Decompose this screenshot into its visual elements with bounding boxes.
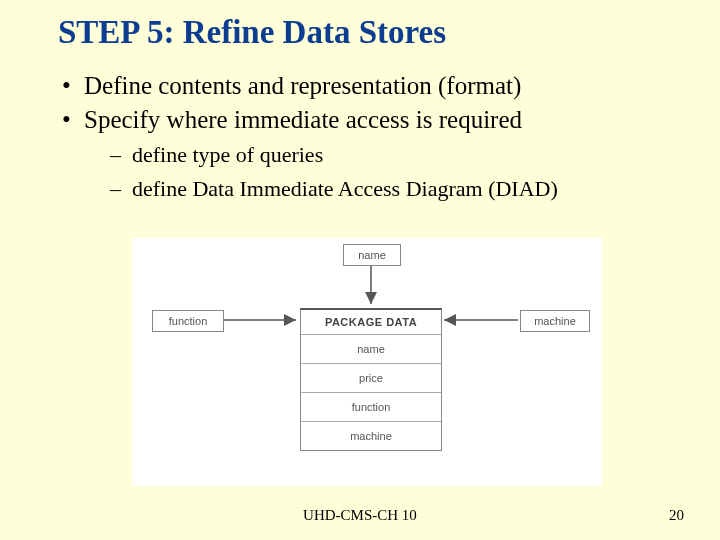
sub-bullet-text: define type of queries xyxy=(132,142,323,167)
diagram-stack-row: machine xyxy=(301,422,441,450)
footer-source: UHD-CMS-CH 10 xyxy=(0,507,720,524)
diagram-stack-row: name xyxy=(301,335,441,364)
bullet-item: •Define contents and representation (for… xyxy=(62,72,680,100)
sub-bullet-marker: – xyxy=(110,142,132,168)
bullet-list: •Define contents and representation (for… xyxy=(62,72,680,202)
slide-number: 20 xyxy=(669,507,684,524)
diagram: name function machine PACKAGE DATA name … xyxy=(132,238,602,486)
bullet-marker: • xyxy=(62,72,84,100)
diagram-stack-header: PACKAGE DATA xyxy=(301,310,441,335)
slide: STEP 5: Refine Data Stores •Define conte… xyxy=(0,0,720,540)
bullet-text: Specify where immediate access is requir… xyxy=(84,106,522,133)
sub-bullet-text: define Data Immediate Access Diagram (DI… xyxy=(132,176,558,201)
diagram-stack: PACKAGE DATA name price function machine xyxy=(300,308,442,451)
diagram-box-right: machine xyxy=(520,310,590,332)
diagram-stack-row: price xyxy=(301,364,441,393)
slide-title: STEP 5: Refine Data Stores xyxy=(58,14,446,51)
bullet-marker: • xyxy=(62,106,84,134)
sub-bullet-marker: – xyxy=(110,176,132,202)
sub-bullet-item: –define Data Immediate Access Diagram (D… xyxy=(110,176,680,202)
diagram-box-top: name xyxy=(343,244,401,266)
sub-bullet-item: –define type of queries xyxy=(110,142,680,168)
bullet-item: •Specify where immediate access is requi… xyxy=(62,106,680,134)
bullet-text: Define contents and representation (form… xyxy=(84,72,521,99)
diagram-box-left: function xyxy=(152,310,224,332)
diagram-stack-row: function xyxy=(301,393,441,422)
